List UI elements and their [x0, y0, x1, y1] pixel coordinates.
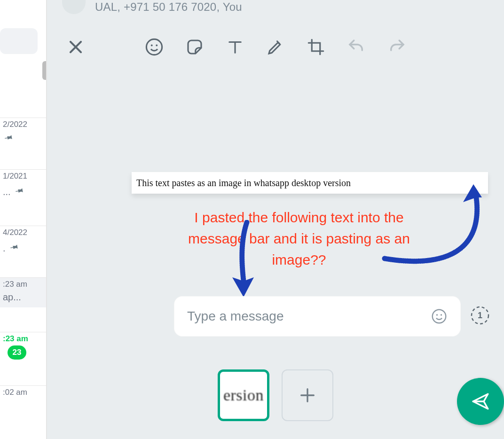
emoji-icon[interactable] — [431, 308, 448, 325]
svg-text:1: 1 — [478, 311, 482, 320]
chat-item[interactable]: 1/2021 ... — [0, 169, 46, 202]
pin-icon — [11, 183, 27, 198]
emoji-icon[interactable] — [144, 37, 164, 57]
sticker-icon[interactable] — [185, 37, 205, 57]
caption-bar — [174, 296, 461, 337]
pasted-image-preview: This text pastes as an image in whatsapp… — [132, 172, 488, 194]
draw-icon[interactable] — [266, 37, 285, 57]
chat-date: 4/2022 — [3, 228, 43, 237]
send-button[interactable] — [457, 378, 504, 425]
sidebar-scrollbar[interactable] — [42, 61, 47, 80]
pin-icon — [6, 239, 22, 255]
chat-date: 1/2021 — [3, 172, 43, 181]
add-media-button[interactable] — [282, 369, 333, 421]
media-preview-panel: UAL, +971 50 176 7020, You This text pas… — [47, 0, 504, 439]
avatar — [62, 0, 86, 14]
chat-time: :02 am — [3, 388, 43, 397]
chat-list-sidebar: 2/2022 1/2021 ... 4/2022 . :23 am ap... … — [0, 0, 47, 439]
sidebar-current-indicator — [0, 28, 38, 54]
close-icon[interactable] — [67, 38, 85, 56]
crop-icon[interactable] — [306, 37, 326, 57]
chat-item[interactable]: :23 am 23 — [0, 332, 46, 364]
chat-preview: . — [3, 243, 6, 254]
editor-toolbar — [47, 28, 504, 66]
svg-point-1 — [151, 45, 153, 47]
chat-header[interactable]: UAL, +971 50 176 7020, You — [62, 0, 504, 19]
chat-item[interactable]: 2/2022 — [0, 118, 46, 148]
chat-preview: ap... — [3, 292, 43, 303]
text-icon[interactable] — [225, 37, 245, 57]
media-thumbnails: ersion — [218, 369, 333, 421]
svg-point-3 — [433, 310, 446, 323]
pasted-image-text: This text pastes as an image in whatsapp… — [136, 178, 351, 188]
svg-point-0 — [146, 39, 162, 55]
svg-point-4 — [436, 314, 438, 315]
chat-preview: ... — [3, 187, 11, 197]
chat-item[interactable]: 4/2022 . — [0, 226, 46, 259]
thumbnail-fragment: ersion — [223, 386, 264, 404]
pin-icon — [0, 130, 16, 145]
undo-icon[interactable] — [346, 37, 366, 57]
view-once-icon[interactable]: 1 — [470, 306, 490, 325]
chat-subtitle: UAL, +971 50 176 7020, You — [95, 0, 242, 14]
media-thumbnail[interactable]: ersion — [218, 369, 269, 421]
chat-time: :23 am — [3, 280, 43, 289]
chat-item[interactable]: :02 am — [0, 385, 46, 402]
chat-item[interactable]: :23 am ap... — [0, 277, 46, 307]
user-annotation: I pasted the following text into the mes… — [188, 207, 410, 270]
chat-time: :23 am — [3, 334, 43, 344]
svg-point-5 — [441, 314, 442, 315]
chat-date: 2/2022 — [3, 120, 43, 129]
svg-point-2 — [156, 45, 158, 47]
redo-icon[interactable] — [387, 37, 407, 57]
caption-input[interactable] — [187, 309, 431, 324]
unread-badge: 23 — [8, 345, 26, 360]
